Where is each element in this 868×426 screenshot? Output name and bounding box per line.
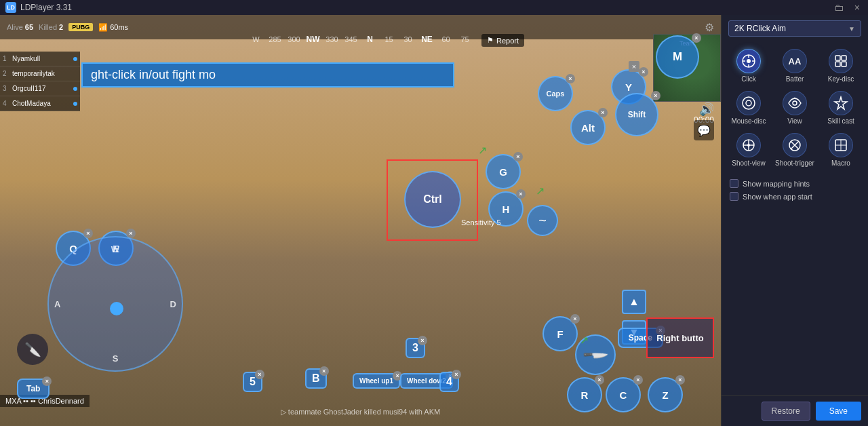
save-button[interactable]: Save [816, 402, 861, 421]
arrow-up-button[interactable]: ▲ [622, 290, 646, 314]
player-num: 1 [3, 55, 9, 62]
panel-footer: Restore Save [722, 395, 868, 426]
key-Shift[interactable]: Shift × [615, 93, 658, 136]
ctrl-macro[interactable]: Macro [819, 130, 863, 170]
player-name: OrgcuII117 [12, 85, 71, 92]
svg-point-11 [746, 100, 751, 106]
shoot-view-svg [741, 138, 756, 153]
key-close-M[interactable]: × [692, 33, 701, 43]
compass-30: 30 [399, 35, 418, 43]
compass-60: 60 [437, 35, 456, 43]
key-G[interactable]: G × [486, 154, 521, 189]
show-hints-label: Show mapping hints [743, 180, 810, 188]
close-button[interactable]: × [852, 2, 863, 13]
key-close-4[interactable]: × [452, 370, 461, 379]
titlebar: LD LDPlayer 3.31 🗀 × [0, 0, 868, 15]
mouse-disc-icon [736, 91, 761, 115]
key-Z[interactable]: Z × [648, 377, 683, 412]
key-close-Y[interactable]: × [639, 67, 648, 77]
svg-point-10 [743, 97, 755, 109]
ctrl-view[interactable]: View [773, 88, 816, 128]
mouse-disc-label: Mouse-disc [731, 117, 766, 125]
key-M[interactable]: M × [656, 35, 699, 79]
compass-15: 15 [380, 35, 399, 43]
macro-svg [833, 138, 848, 153]
player-item-3: 3 OrgcuII117 [0, 81, 80, 96]
key-B[interactable]: B × [305, 368, 327, 389]
batter-label: Batter [786, 75, 804, 83]
ctrl-skill-cast[interactable]: Skill cast [819, 88, 863, 128]
app-logo: LD [5, 2, 16, 13]
ctrl-batter[interactable]: AA Batter [773, 46, 816, 85]
key-disc-icon [829, 49, 853, 73]
click-svg [741, 54, 756, 69]
macro-icon [829, 133, 853, 157]
show-hints-checkbox[interactable] [730, 179, 738, 188]
key-C[interactable]: C × [606, 377, 641, 412]
minimize-button[interactable]: 🗀 [831, 2, 846, 13]
joystick-W: W [111, 244, 119, 254]
ctrl-click[interactable]: Click [727, 46, 770, 85]
show-hints-row: Show mapping hints [730, 179, 860, 188]
key-3[interactable]: 3 × [406, 338, 425, 358]
key-close-H[interactable]: × [516, 189, 526, 199]
key-close-5[interactable]: × [255, 370, 264, 379]
input-bar: ght-click in/out fight mo × [81, 62, 639, 88]
joystick[interactable]: W S A D [47, 236, 183, 372]
input-close-button[interactable]: × [629, 61, 639, 72]
profile-dropdown[interactable]: 2K RClick Aim ▼ [728, 20, 861, 37]
input-box: ght-click in/out fight mo [81, 62, 454, 88]
compass-NW: NW [304, 35, 323, 44]
joystick-S: S [113, 353, 119, 364]
key-close-F[interactable]: × [570, 314, 580, 324]
view-label: View [787, 117, 802, 125]
key-Ctrl[interactable]: Ctrl [404, 171, 461, 228]
key-4[interactable]: 4 × [439, 372, 459, 392]
key-close-R[interactable]: × [595, 375, 604, 385]
key-close-G[interactable]: × [513, 152, 523, 161]
shoot-trigger-icon [783, 133, 807, 157]
green-arrow-1: ↗ [478, 144, 487, 157]
key-F[interactable]: F × [542, 316, 578, 351]
player-name: ChotMadaya [12, 100, 71, 107]
key-close-Z[interactable]: × [675, 375, 685, 385]
macro-label: Macro [831, 159, 850, 167]
svg-rect-8 [835, 62, 840, 66]
player-item-2: 2 temporarilytak [0, 66, 80, 81]
key-tilde[interactable]: ~ [527, 205, 558, 236]
players-list: 1 Nyamkull 2 temporarilytak 3 OrgcuII117… [0, 52, 80, 111]
key-Alt[interactable]: Alt × [570, 110, 606, 145]
skill-cast-label: Skill cast [827, 117, 854, 125]
ctrl-key-disc[interactable]: Key-disc [819, 46, 863, 85]
svg-point-5 [747, 59, 751, 63]
ctrl-shoot-trigger[interactable]: Shoot-trigger [773, 130, 816, 170]
key-close-3[interactable]: × [418, 336, 427, 345]
player-location-dot [73, 102, 77, 106]
key-close-Shift[interactable]: × [651, 91, 660, 100]
ctrl-mouse-disc[interactable]: Mouse-disc [727, 88, 770, 128]
right-button-box[interactable]: Right butto [646, 317, 714, 358]
player-location-dot [73, 87, 77, 91]
mouse-disc-svg [741, 96, 756, 111]
compass: W 285 300 NW 330 345 N 15 30 NE 60 75 [0, 30, 721, 49]
sound-icon[interactable]: 🔊 [699, 102, 714, 117]
controls-grid: Click AA Batter Key-disc [722, 42, 868, 174]
key-close-C[interactable]: × [633, 375, 643, 385]
compass-NE: NE [418, 35, 437, 44]
ctrl-shoot-view[interactable]: Shoot-view [727, 130, 770, 170]
key-wheel-up[interactable]: Wheel up1 × [353, 373, 400, 389]
panel-header: 2K RClick Aim ▼ [722, 15, 868, 42]
key-5[interactable]: 5 × [243, 372, 262, 392]
compass-285: 285 [266, 35, 285, 43]
key-R[interactable]: R × [567, 377, 602, 412]
restore-button[interactable]: Restore [762, 402, 810, 421]
key-close-Alt[interactable]: × [598, 108, 608, 117]
view-svg [787, 96, 802, 111]
key-close-B[interactable]: × [319, 366, 329, 376]
show-start-checkbox[interactable] [730, 192, 738, 201]
key-close-Q[interactable]: × [83, 229, 93, 238]
chat-icon[interactable]: 💬 [694, 120, 714, 140]
key-Tab[interactable]: Tab × [17, 379, 50, 399]
batter-icon: AA [783, 49, 807, 73]
shoot-view-label: Shoot-view [732, 159, 765, 167]
